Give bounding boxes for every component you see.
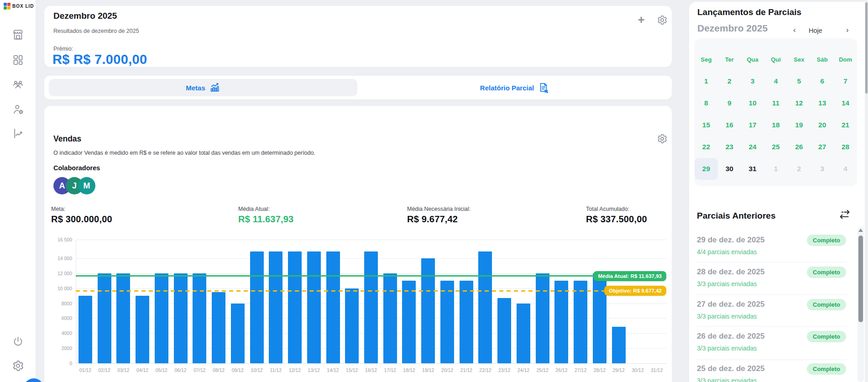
parcial-item-4[interactable]: 25 de dez. de 20253/3 parciais enviadasC… (695, 364, 851, 382)
bar-09/12[interactable] (231, 304, 245, 363)
page-scrollbar-thumb[interactable] (865, 2, 868, 94)
calendar-day-12[interactable]: 12 (787, 92, 810, 114)
calendar-day-10[interactable]: 10 (741, 92, 764, 114)
parcial-item-0[interactable]: 29 de dez. de 20254/4 parciais enviadasC… (695, 235, 851, 261)
parcial-item-2[interactable]: 27 de dez. de 20253/3 parciais enviadasC… (695, 300, 851, 325)
bar-17/12[interactable] (383, 273, 397, 363)
bar-15/12[interactable] (345, 288, 359, 363)
calendar-day-8[interactable]: 8 (695, 92, 718, 114)
bar-02/12[interactable] (98, 273, 111, 363)
bar-14/12[interactable] (326, 251, 340, 363)
bar-20/12[interactable] (440, 281, 454, 363)
calendar-day-19[interactable]: 19 (787, 114, 810, 136)
sidebar-item-store[interactable] (10, 28, 26, 43)
bar-22/12[interactable] (478, 251, 492, 363)
bar-23/12[interactable] (497, 298, 511, 363)
bar-25/12[interactable] (536, 273, 549, 363)
app-logo[interactable]: BOX LID (4, 3, 34, 10)
x-tick-label: 31/12 (647, 367, 666, 373)
bar-04/12[interactable] (136, 296, 149, 363)
metric-1: Média Atual:R$ 11.637,93 (238, 206, 293, 225)
calendar-day-next-4[interactable]: 4 (834, 158, 857, 180)
bar-07/12[interactable] (193, 273, 206, 363)
swap-order-button[interactable] (838, 208, 852, 222)
parcial-item-1[interactable]: 28 de dez. de 20253/3 parciais enviadasC… (695, 267, 851, 293)
bar-03/12[interactable] (116, 273, 130, 363)
calendar-day-22[interactable]: 22 (695, 136, 718, 158)
calendar-day-1[interactable]: 1 (695, 70, 718, 92)
sidebar-item-user-settings[interactable] (10, 102, 26, 118)
bar-12/12[interactable] (288, 251, 302, 363)
calendar-day-20[interactable]: 20 (810, 114, 834, 136)
calendar-day-7[interactable]: 7 (834, 70, 857, 92)
bar-24/12[interactable] (517, 304, 530, 363)
tab-relatorio-parcial[interactable]: Relatório Parcial (357, 76, 672, 99)
calendar-prev-button[interactable]: ‹ (793, 26, 796, 35)
calendar-day-21[interactable]: 21 (834, 114, 857, 136)
x-tick-label: 20/12 (438, 367, 457, 373)
list-scrollbar[interactable] (858, 227, 864, 382)
sidebar-item-team[interactable] (10, 78, 26, 93)
calendar-next-button[interactable]: › (846, 26, 849, 35)
calendar-day-16[interactable]: 16 (718, 114, 741, 136)
bar-26/12[interactable] (554, 281, 568, 363)
calendar-day-6[interactable]: 6 (810, 70, 834, 92)
parcial-detail: 4/4 parciais enviadas (697, 248, 757, 256)
sidebar-item-power[interactable] (10, 335, 26, 350)
calendar-day-14[interactable]: 14 (834, 92, 857, 114)
calendar-day-11[interactable]: 11 (764, 92, 788, 114)
sidebar-item-dashboard[interactable] (10, 53, 26, 68)
calendar-day-17[interactable]: 17 (741, 114, 764, 136)
page-scrollbar[interactable] (865, 0, 868, 382)
bar-10/12[interactable] (250, 251, 264, 363)
bar-11/12[interactable] (269, 251, 282, 363)
calendar-day-3[interactable]: 3 (741, 70, 764, 92)
x-tick-label: 26/12 (552, 367, 571, 373)
calendar-day-2[interactable]: 2 (718, 70, 741, 92)
bar-08/12[interactable] (212, 292, 225, 363)
vendas-settings-button[interactable] (657, 133, 668, 144)
calendar-day-24[interactable]: 24 (741, 136, 764, 158)
header-settings-button[interactable] (657, 15, 668, 26)
bar-19/12[interactable] (421, 258, 435, 363)
parcial-item-3[interactable]: 26 de dez. de 20253/3 parciais enviadasC… (695, 332, 851, 357)
metric-label: Total Acumulado: (586, 206, 647, 212)
sidebar-item-settings[interactable] (10, 359, 26, 374)
scroll-up-arrow-icon[interactable] (858, 229, 863, 232)
calendar-day-28[interactable]: 28 (834, 136, 857, 158)
tab-metas[interactable]: Metas (49, 79, 357, 96)
calendar-day-5[interactable]: 5 (787, 70, 810, 92)
calendar-day-next-2[interactable]: 2 (787, 158, 810, 180)
y-tick-label: 6000 (50, 315, 72, 321)
calendar-day-27[interactable]: 27 (810, 136, 834, 158)
calendar-day-13[interactable]: 13 (810, 92, 834, 114)
calendar-day-29[interactable]: 29 (695, 158, 718, 180)
calendar-day-9[interactable]: 9 (718, 92, 741, 114)
bar-06/12[interactable] (174, 273, 188, 363)
calendar-day-30[interactable]: 30 (718, 158, 741, 180)
bar-28/12[interactable] (593, 273, 607, 363)
calendar-day-next-3[interactable]: 3 (810, 158, 834, 180)
bar-13/12[interactable] (307, 251, 321, 363)
bar-18/12[interactable] (402, 281, 416, 363)
x-tick-label: 10/12 (247, 367, 267, 373)
calendar-day-26[interactable]: 26 (787, 136, 810, 158)
bar-21/12[interactable] (460, 281, 473, 363)
bar-01/12[interactable] (78, 296, 92, 363)
bar-16/12[interactable] (364, 251, 378, 363)
add-button[interactable]: + (635, 14, 647, 26)
calendar-today-button[interactable]: Hoje (809, 27, 822, 34)
calendar-day-25[interactable]: 25 (764, 136, 788, 158)
calendar-day-23[interactable]: 23 (718, 136, 741, 158)
sidebar-item-analytics[interactable] (10, 126, 26, 142)
calendar-day-next-1[interactable]: 1 (764, 158, 788, 180)
list-scrollbar-thumb[interactable] (858, 235, 863, 322)
calendar-day-18[interactable]: 18 (764, 114, 788, 136)
bar-27/12[interactable] (574, 281, 587, 363)
bar-29/12[interactable] (612, 327, 626, 363)
calendar-day-4[interactable]: 4 (764, 70, 788, 92)
calendar-day-15[interactable]: 15 (695, 114, 718, 136)
calendar-day-31[interactable]: 31 (741, 158, 764, 180)
bar-05/12[interactable] (155, 273, 168, 363)
avatar-M[interactable]: M (78, 177, 95, 194)
